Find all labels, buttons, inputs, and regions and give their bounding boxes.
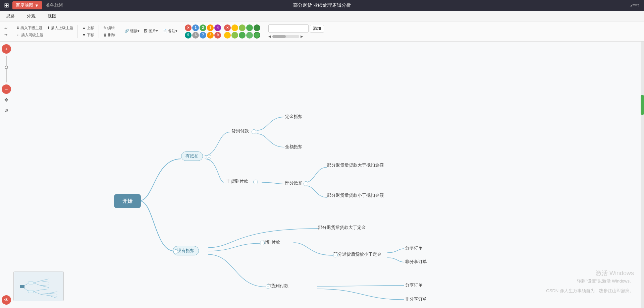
insert-same-icon: ↔	[16, 33, 20, 37]
insert-sub-button[interactable]: ⬇ 插入下级主题	[15, 25, 44, 31]
node-djda[interactable]: 部分退货后贷款大于定金	[318, 225, 366, 231]
progress-25[interactable]	[231, 24, 238, 31]
node-fxdd-1[interactable]: 分享订单	[405, 245, 423, 251]
progress-100[interactable]	[254, 24, 260, 31]
insert-same-button[interactable]: ↔ 插入同级主题	[15, 32, 45, 38]
scroll-thumb	[272, 35, 286, 38]
move-up-button[interactable]: ▲ 上移	[80, 25, 96, 31]
rotate-tool-button[interactable]: ↺	[2, 106, 11, 115]
minimap-content	[14, 271, 63, 301]
brand-label: 百度脑图	[16, 2, 33, 8]
eye-button[interactable]: 👁	[2, 295, 11, 305]
svg-rect-5	[28, 290, 34, 293]
node-you-dikou[interactable]: 有抵扣	[181, 151, 203, 161]
root-node[interactable]: 开始	[114, 194, 141, 208]
progress-x[interactable]: ✕	[224, 24, 231, 31]
node-huodao-1[interactable]: 货到付款	[231, 128, 249, 134]
progress-d[interactable]	[246, 32, 253, 39]
minimap	[13, 271, 64, 301]
collapse-meiyou-dikou[interactable]: −	[173, 249, 178, 254]
zoom-in-button[interactable]: +	[2, 44, 11, 54]
move-down-button[interactable]: ▼ 下移	[80, 32, 96, 38]
collapse-djxiao[interactable]: −	[333, 253, 338, 257]
titlebar: ⊞ 百度脑图 ▼ 准备就绪 部分退货 业绩处理逻辑分析 x***1	[0, 0, 644, 11]
priority-7[interactable]: 7	[200, 32, 206, 39]
priority-1[interactable]: 1	[192, 24, 199, 31]
menu-item-shitu[interactable]: 视图	[45, 12, 59, 20]
notes-button[interactable]: 📄 备注▾	[161, 28, 179, 34]
node-fxdd-2[interactable]: 分享订单	[405, 282, 423, 288]
window-controls[interactable]: x***1	[630, 3, 640, 8]
delete-button[interactable]: 🗑 删除	[102, 32, 117, 38]
toolbar: ↩ ↪ ⬇ 插入下级主题 ⬆ 插入上级主题 ↔ 插入同级主题 ▲ 上移	[0, 21, 644, 42]
menubar: 思路 外观 视图	[0, 11, 644, 21]
edit-button[interactable]: ✎ 编辑	[102, 25, 116, 31]
page-title: 部分退货 业绩处理逻辑分析	[293, 2, 351, 8]
root-label: 开始	[122, 198, 132, 204]
link-button[interactable]: 🔗 链接▾	[123, 28, 141, 34]
scroll-right-icon[interactable]: ▶	[301, 35, 303, 38]
node-djxiao[interactable]: 部分退货后贷款小于定金	[333, 251, 381, 257]
scroll-left-icon[interactable]: ◀	[268, 35, 271, 38]
zoom-slider-thumb[interactable]	[5, 66, 8, 69]
progress-b[interactable]	[231, 32, 238, 39]
collapse-bufen-dikou[interactable]: −	[304, 181, 308, 186]
progress-75[interactable]	[246, 24, 253, 31]
zoom-out-button[interactable]: −	[2, 84, 11, 94]
you-dikou-label: 有抵扣	[185, 153, 199, 159]
collapse-feihuodao-2[interactable]: −	[266, 284, 270, 289]
node-huodao-2[interactable]: 货到付款	[263, 239, 280, 245]
canvas[interactable]: 开始 有抵扣 − 没有抵扣 − 货到付款 − 非货到付款 − 定金抵扣 全额抵扣…	[0, 42, 644, 308]
node-nfxdd-1[interactable]: 非分享订单	[405, 259, 427, 265]
brand-arrow-icon: ▼	[35, 3, 39, 8]
undo-button[interactable]: ↩	[3, 25, 9, 31]
progress-50[interactable]	[239, 24, 246, 31]
insert-sub-icon: ⬇	[16, 26, 19, 30]
meiyou-dikou-label: 没有抵扣	[177, 248, 195, 254]
priority-8[interactable]: 8	[207, 32, 214, 39]
zoom-slider-track[interactable]	[6, 56, 7, 82]
node-dkda[interactable]: 部分退货后贷款大于抵扣金额	[327, 162, 384, 168]
collapse-feihuodao-1[interactable]: −	[253, 180, 258, 184]
right-scrollbar[interactable]	[641, 42, 644, 308]
node-quane-dikou[interactable]: 全额抵扣	[285, 144, 303, 150]
redo-button[interactable]: ↪	[3, 32, 9, 38]
brand-button[interactable]: 百度脑图 ▼	[12, 1, 42, 9]
vertical-scrollbar-thumb[interactable]	[641, 95, 644, 115]
search-input[interactable]	[268, 24, 309, 33]
node-bufen-dikou[interactable]: 部分抵扣	[285, 180, 303, 186]
scroll-track	[272, 35, 299, 38]
priority-4[interactable]: 4	[214, 24, 221, 31]
watermark-sub: 转到"设置"以激活 Windows。	[546, 278, 634, 285]
insert-up-button[interactable]: ⬆ 插入上级主题	[45, 25, 75, 31]
watermark: 激活 Windows 转到"设置"以激活 Windows。 CSDN @人生万事…	[546, 268, 634, 295]
priority-6[interactable]: 6	[192, 32, 199, 39]
priority-5[interactable]: 5	[185, 32, 192, 39]
priority-x[interactable]: ✕	[185, 24, 192, 31]
left-panel: + − ✥ ↺ 👁	[0, 42, 13, 308]
node-feihuodao-1[interactable]: 非货到付款	[226, 178, 248, 184]
priority-2[interactable]: 2	[200, 24, 206, 31]
menu-item-silu[interactable]: 思路	[3, 12, 17, 20]
svg-rect-3	[20, 285, 24, 288]
move-tool-button[interactable]: ✥	[2, 95, 11, 105]
priority-9[interactable]: 9	[214, 32, 221, 39]
image-button[interactable]: 🖼 图片▾	[142, 28, 160, 34]
progress-c[interactable]	[239, 32, 246, 39]
progress-e[interactable]	[254, 32, 260, 39]
watermark-credit: CSDN @人生万事须自为，跋步江山即寥廓。	[546, 288, 634, 295]
progress-a[interactable]	[224, 32, 231, 39]
apps-icon[interactable]: ⊞	[4, 2, 9, 9]
status-text: 准备就绪	[46, 2, 63, 8]
add-button[interactable]: 添加	[310, 25, 324, 33]
collapse-you-dikou[interactable]: −	[207, 155, 211, 160]
node-dingjin-dikou[interactable]: 定金抵扣	[285, 114, 303, 120]
node-dkxiao[interactable]: 部分退货后贷款小于抵扣金额	[327, 192, 384, 198]
collapse-huodao-2[interactable]: −	[260, 241, 265, 245]
watermark-title: 激活 Windows	[546, 268, 634, 278]
svg-rect-4	[28, 282, 34, 284]
node-nfxdd-2[interactable]: 非分享订单	[405, 296, 427, 302]
priority-3[interactable]: 3	[207, 24, 214, 31]
collapse-huodao-1[interactable]: −	[252, 129, 256, 134]
menu-item-waiguan[interactable]: 外观	[24, 12, 38, 20]
